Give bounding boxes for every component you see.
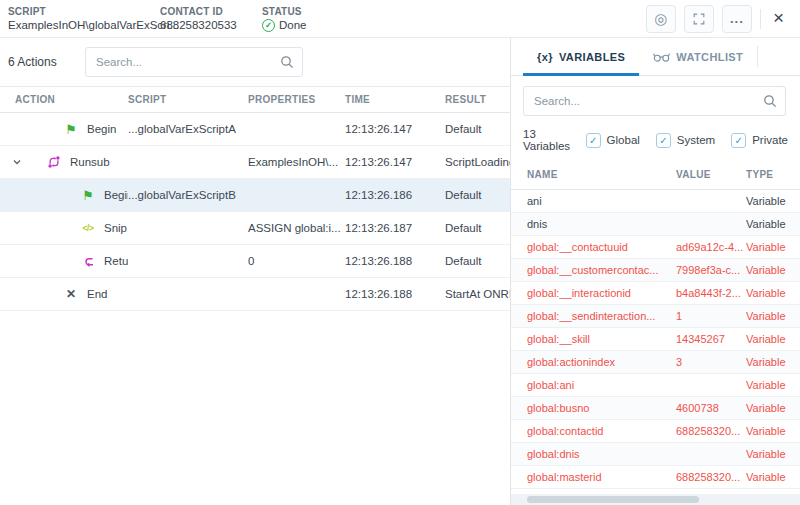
time-cell: 12:13:26.188 [345,255,445,267]
variable-row[interactable]: global:__sendinteraction...1Variable [511,305,800,328]
variable-row[interactable]: global:__contactuuidad69a12c-4...Variabl… [511,236,800,259]
variable-row[interactable]: global:masterid688258320...Variable [511,466,800,489]
actions-search-input[interactable] [96,56,280,68]
action-row[interactable]: RunsubExamplesInOH\...12:13:26.147Script… [0,146,510,179]
variables-table-header: NAME VALUE TYPE [511,160,800,190]
chevron-slot [12,157,30,167]
variables-search-input[interactable] [534,95,763,107]
checkbox-system-icon[interactable]: ✓ [656,133,671,148]
actions-panel: 6 Actions ACTION SCRIPT PROPERTIES TIME … [0,38,510,505]
action-label: End [87,288,107,300]
action-row[interactable]: ⚑Begin...globalVarExScriptA12:13:26.147D… [0,113,510,146]
variables-filters: 13 Variables ✓ Global ✓ System ✓ Private [511,124,800,156]
variable-row[interactable]: aniVariable [511,190,800,213]
variable-value: 688258320... [676,471,746,483]
tab-variables[interactable]: {x} VARIABLES [523,38,639,75]
variable-value: ad69a12c-4... [676,241,746,253]
variable-type: Variable [746,356,800,368]
status-value: Done [279,19,307,31]
action-cell: </>Snip... [0,222,128,234]
begin-flag-icon: ⚑ [63,123,79,136]
time-cell: 12:13:26.187 [345,222,445,234]
result-cell: Default [445,255,510,267]
ellipsis-icon: ... [730,11,744,26]
script-meta: SCRIPT ExamplesInOH\globalVarExScri... [8,6,160,31]
actions-search-box [85,47,303,77]
record-target-button[interactable]: ◎ [646,5,676,33]
filter-private[interactable]: ✓ Private [731,133,788,148]
action-row[interactable]: ✕End12:13:26.188StartAt ONRELE... [0,278,510,311]
main-content: 6 Actions ACTION SCRIPT PROPERTIES TIME … [0,38,800,505]
result-cell: ScriptLoading [445,156,510,168]
variable-value: 688258320... [676,425,746,437]
window-header: SCRIPT ExamplesInOH\globalVarExScri... C… [0,0,800,38]
time-cell: 12:13:26.186 [345,189,445,201]
actions-rows: ⚑Begin...globalVarExScriptA12:13:26.147D… [0,113,510,311]
variable-type: Variable [746,333,800,345]
chevron-down-icon[interactable] [12,157,22,167]
action-row[interactable]: ⚑Begin...globalVarExScriptB12:13:26.186D… [0,179,510,212]
col-name: NAME [527,169,676,180]
actions-table: ACTION SCRIPT PROPERTIES TIME RESULT ⚑Be… [0,86,510,505]
checkbox-global-icon[interactable]: ✓ [586,133,601,148]
script-label: SCRIPT [8,6,160,17]
scrollbar-thumb[interactable] [527,496,699,503]
expand-button[interactable] [684,5,714,33]
contact-id-meta: CONTACT ID 688258320533 [160,6,262,31]
action-row[interactable]: </>Snip...ASSIGN global:i...12:13:26.187… [0,212,510,245]
variable-name: global:dnis [527,448,676,460]
more-options-button[interactable]: ... [722,5,752,33]
actions-count: 6 Actions [8,55,85,69]
variable-row[interactable]: global:__interactionidb4a8443f-2...Varia… [511,282,800,305]
tab-watchlist[interactable]: WATCHLIST [639,38,757,75]
variables-search-wrap [511,76,800,124]
script-cell: ...globalVarExScriptB [128,189,248,201]
variable-name: dnis [527,218,676,230]
variable-value: 3 [676,356,746,368]
variable-row[interactable]: global:__skill14345267Variable [511,328,800,351]
trace-window: SCRIPT ExamplesInOH\globalVarExScri... C… [0,0,800,505]
script-value: ExamplesInOH\globalVarExScri... [8,19,160,31]
variable-name: global:__customercontac... [527,264,676,276]
close-button[interactable]: × [769,8,792,29]
variable-row[interactable]: global:__customercontac...7998ef3a-c...V… [511,259,800,282]
col-properties: PROPERTIES [248,94,345,105]
variable-row[interactable]: dnisVariable [511,213,800,236]
col-time: TIME [345,94,445,105]
variable-value: b4a8443f-2... [676,287,746,299]
variable-value: 7998ef3a-c... [676,264,746,276]
variable-type: Variable [746,287,800,299]
variable-value: 1 [676,310,746,322]
result-cell: Default [445,123,510,135]
col-value: VALUE [676,169,746,180]
variable-type: Variable [746,471,800,483]
properties-cell: ASSIGN global:i... [248,222,345,234]
filter-system-label: System [677,134,715,146]
action-label: Begin [104,189,128,201]
actions-table-header: ACTION SCRIPT PROPERTIES TIME RESULT [0,86,510,113]
tab-watchlist-label: WATCHLIST [676,51,743,63]
variable-row[interactable]: global:contactid688258320...Variable [511,420,800,443]
variables-brace-icon: {x} [537,51,553,63]
tab-variables-label: VARIABLES [559,51,625,63]
variable-row[interactable]: global:dnisVariable [511,443,800,466]
variable-row[interactable]: global:busno4600738Variable [511,397,800,420]
filter-system[interactable]: ✓ System [656,133,715,148]
variable-row[interactable]: global:actionindex3Variable [511,351,800,374]
action-cell: Return [0,255,128,268]
filter-global[interactable]: ✓ Global [586,133,640,148]
time-cell: 12:13:26.188 [345,288,445,300]
action-row[interactable]: Return012:13:26.188Default [0,245,510,278]
variable-type: Variable [746,379,800,391]
action-cell: ⚑Begin [0,189,128,202]
checkbox-private-icon[interactable]: ✓ [731,133,746,148]
variable-type: Variable [746,425,800,437]
begin-flag-icon: ⚑ [80,189,96,202]
search-icon [280,55,294,69]
snippet-code-icon: </> [80,223,96,233]
action-label: Runsub [70,156,110,168]
variable-row[interactable]: global:aniVariable [511,374,800,397]
bullseye-icon: ◎ [654,11,667,26]
action-cell: Runsub [0,155,128,169]
variables-tabs: {x} VARIABLES WATCHLIST [511,38,800,76]
